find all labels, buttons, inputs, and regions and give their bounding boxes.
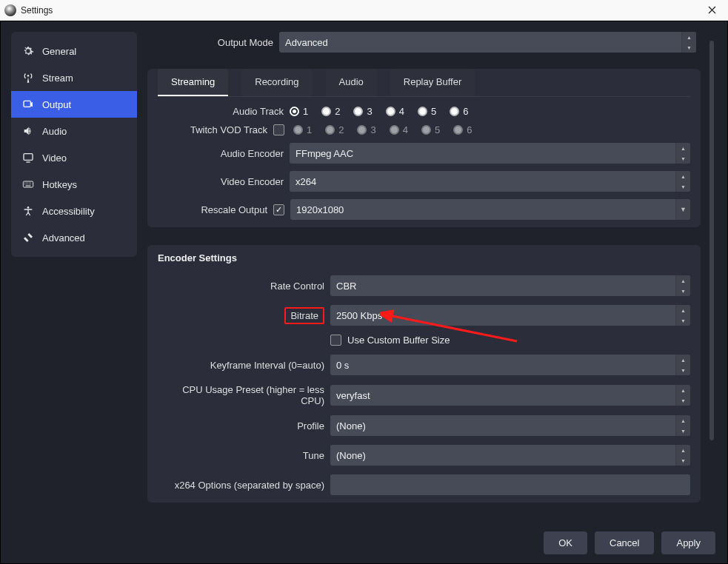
tune-select[interactable]: (None) ▲▼ (330, 445, 690, 466)
twitch-vod-1: 1 (293, 124, 312, 135)
cancel-button[interactable]: Cancel (595, 531, 654, 554)
monitor-icon (21, 152, 35, 164)
svg-point-3 (27, 207, 30, 209)
audio-track-4[interactable]: 4 (386, 106, 404, 117)
sidebar-item-label: Advanced (42, 232, 85, 244)
profile-label: Profile (158, 420, 324, 432)
sidebar-item-stream[interactable]: Stream (11, 64, 137, 91)
rescale-output-checkbox[interactable] (273, 204, 284, 215)
cpu-preset-select[interactable]: veryfast ▲▼ (330, 385, 690, 406)
sidebar-item-accessibility[interactable]: Accessibility (11, 198, 137, 224)
sidebar-item-general[interactable]: General (11, 38, 137, 64)
sidebar-item-advanced[interactable]: Advanced (11, 224, 137, 251)
keyframe-spinner[interactable]: 0 s ▲▼ (330, 355, 690, 375)
chevron-updown-icon: ▲▼ (675, 275, 690, 296)
sidebar-item-label: Stream (42, 73, 73, 84)
chevron-down-icon: ▼ (675, 199, 690, 220)
window-close-button[interactable] (695, 0, 728, 21)
sidebar-item-hotkeys[interactable]: Hotkeys (11, 171, 137, 198)
audio-track-5[interactable]: 5 (418, 106, 436, 117)
twitch-vod-4: 4 (390, 124, 408, 135)
antenna-icon (21, 72, 35, 84)
tab-replay-buffer[interactable]: Replay Buffer (390, 69, 475, 96)
output-mode-select[interactable]: Advanced ▲▼ (279, 32, 696, 53)
audio-track-3[interactable]: 3 (353, 106, 372, 117)
sidebar-item-label: General (42, 46, 76, 57)
audio-track-2[interactable]: 2 (321, 106, 340, 117)
rescale-output-label: Rescale Output (158, 204, 267, 215)
x264-opts-label: x264 Options (separated by space) (158, 480, 324, 491)
keyboard-icon (21, 178, 35, 190)
svg-rect-0 (24, 101, 30, 107)
tab-recording[interactable]: Recording (241, 69, 312, 96)
profile-select[interactable]: (None) ▲▼ (330, 415, 690, 436)
chevron-updown-icon: ▲▼ (675, 171, 690, 192)
rescale-output-select[interactable]: 1920x1080 ▼ (290, 199, 690, 220)
sidebar-item-label: Video (42, 152, 67, 164)
output-mode-value: Advanced (285, 37, 690, 48)
tab-streaming[interactable]: Streaming (158, 69, 228, 96)
titlebar: Settings (0, 0, 728, 21)
audio-encoder-select[interactable]: FFmpeg AAC ▲▼ (290, 143, 690, 164)
audio-track-6[interactable]: 6 (450, 106, 468, 117)
apply-button[interactable]: Apply (661, 531, 715, 554)
video-encoder-label: Video Encoder (158, 176, 284, 187)
sidebar-item-output[interactable]: Output (11, 91, 137, 118)
sidebar-item-video[interactable]: Video (11, 144, 137, 171)
audio-track-label: Audio Track (158, 106, 284, 117)
gear-icon (21, 45, 35, 57)
sidebar-item-label: Hotkeys (42, 179, 77, 190)
obs-app-icon (4, 4, 16, 16)
output-icon (21, 98, 35, 110)
ok-button[interactable]: OK (544, 531, 587, 554)
cpu-preset-label: CPU Usage Preset (higher = less CPU) (158, 384, 324, 406)
tab-audio[interactable]: Audio (326, 69, 377, 96)
keyframe-label: Keyframe Interval (0=auto) (158, 360, 324, 371)
output-mode-label: Output Mode (147, 37, 273, 48)
close-icon (708, 6, 716, 14)
rate-control-select[interactable]: CBR ▲▼ (330, 275, 690, 296)
accessibility-icon (21, 205, 35, 217)
spinner-updown-icon: ▲▼ (675, 305, 690, 326)
sidebar-item-audio[interactable]: Audio (11, 118, 137, 144)
sidebar-item-label: Output (42, 99, 71, 110)
svg-rect-1 (24, 154, 33, 161)
custom-buffer-label: Use Custom Buffer Size (347, 335, 450, 346)
rate-control-label: Rate Control (158, 281, 324, 292)
encoder-settings-title: Encoder Settings (158, 252, 690, 263)
chevron-updown-icon: ▲▼ (675, 415, 690, 436)
settings-sidebar: General Stream Output Audio Video Hotkey… (11, 32, 137, 257)
audio-track-1[interactable]: 1 (290, 106, 308, 117)
content-scrollbar[interactable] (709, 41, 714, 440)
window-title: Settings (21, 5, 695, 16)
twitch-vod-3: 3 (357, 124, 375, 135)
bitrate-spinner[interactable]: 2500 Kbps ▲▼ (330, 305, 690, 326)
settings-content: Output Mode Advanced ▲▼ Streaming Record… (147, 32, 727, 523)
tune-label: Tune (158, 450, 324, 461)
twitch-vod-checkbox[interactable] (273, 124, 284, 135)
twitch-vod-6: 6 (453, 124, 472, 135)
custom-buffer-checkbox[interactable] (330, 335, 341, 346)
chevron-updown-icon: ▲▼ (681, 32, 696, 53)
chevron-updown-icon: ▲▼ (675, 143, 690, 164)
sidebar-item-label: Accessibility (42, 206, 95, 217)
chevron-updown-icon: ▲▼ (675, 445, 690, 466)
audio-encoder-label: Audio Encoder (158, 148, 284, 159)
video-encoder-select[interactable]: x264 ▲▼ (290, 171, 690, 192)
spinner-updown-icon: ▲▼ (675, 355, 690, 375)
twitch-vod-label: Twitch VOD Track (158, 124, 267, 135)
twitch-vod-2: 2 (325, 124, 344, 135)
sidebar-item-label: Audio (42, 126, 67, 137)
bitrate-label: Bitrate (158, 310, 324, 321)
tools-icon (21, 232, 35, 244)
x264-opts-input[interactable] (330, 474, 690, 495)
speaker-icon (21, 125, 35, 137)
chevron-updown-icon: ▲▼ (675, 385, 690, 406)
dialog-footer: OK Cancel Apply (1, 523, 727, 563)
twitch-vod-5: 5 (421, 124, 440, 135)
